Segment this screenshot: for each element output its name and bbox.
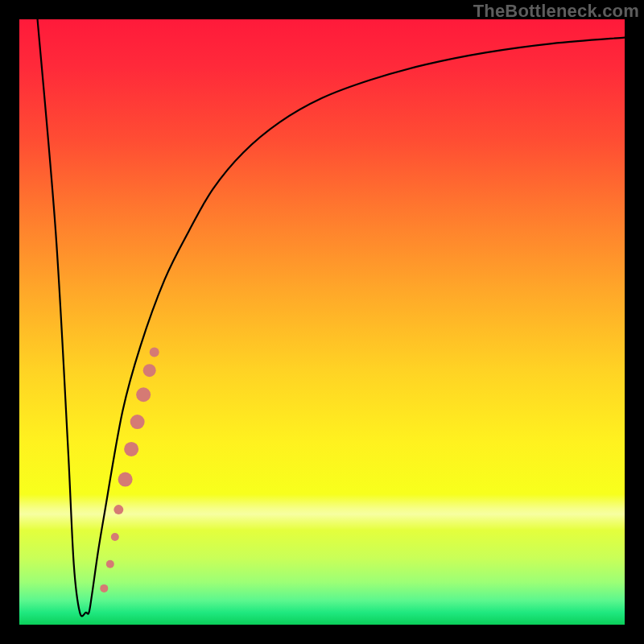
bottleneck-curve-path [38, 19, 625, 616]
highlight-point [106, 560, 114, 568]
highlight-point [124, 442, 138, 456]
highlight-point [143, 364, 156, 377]
highlight-point [136, 387, 151, 402]
highlight-point [118, 473, 133, 487]
plot-area [19, 19, 625, 625]
watermark-text: TheBottleneck.com [473, 1, 639, 22]
highlight-point [111, 533, 119, 541]
highlight-points-group [100, 348, 159, 592]
curve-layer [19, 19, 625, 625]
highlight-band [19, 494, 625, 530]
highlight-point [100, 584, 108, 592]
chart-frame: TheBottleneck.com [0, 0, 644, 644]
highlight-point [130, 415, 145, 429]
highlight-point [114, 505, 123, 514]
highlight-point [150, 348, 159, 357]
